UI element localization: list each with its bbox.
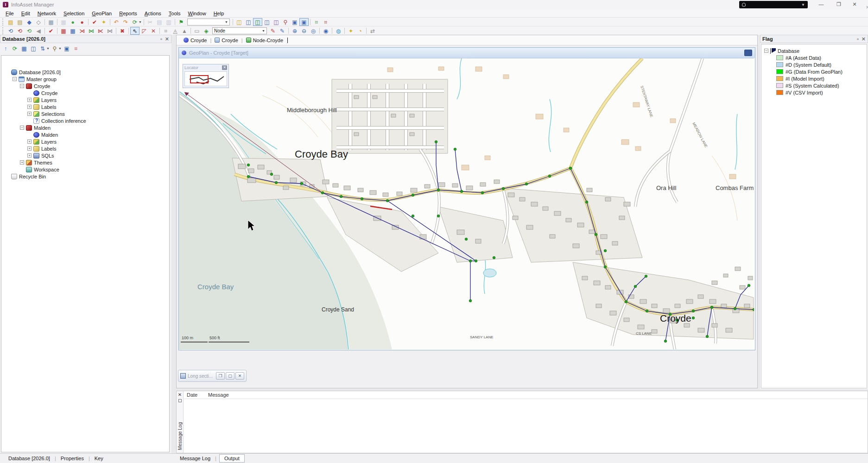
- geoplan-window-titlebar[interactable]: GeoPlan - Croyde [Target]: [179, 48, 755, 58]
- flag-item-d[interactable]: #D (System Default): [764, 61, 867, 68]
- audio-icon[interactable]: ◀: [34, 27, 43, 35]
- expand-icon[interactable]: +: [27, 153, 32, 158]
- exchange-icon[interactable]: ⇄: [368, 27, 377, 35]
- node-combobox[interactable]: Node▼: [212, 27, 267, 34]
- close-icon[interactable]: ✕: [177, 392, 183, 397]
- paste-icon[interactable]: ▥: [164, 18, 173, 26]
- restore-window-button[interactable]: ❐: [216, 372, 225, 380]
- zoom-out-icon[interactable]: ⊖: [299, 27, 309, 35]
- chevron-down-icon[interactable]: ▼: [222, 20, 228, 24]
- collapse-icon[interactable]: −: [764, 49, 768, 53]
- tree-item-labels[interactable]: +Labels: [1, 103, 169, 110]
- document-tab-croyde[interactable]: Croyde: [211, 38, 241, 43]
- edit-objects-icon[interactable]: ✎: [268, 27, 278, 35]
- import-layer-icon[interactable]: ◈: [202, 27, 211, 35]
- geoplan-map[interactable]: Locator ✕ Middleborough HillCroyde BayCr…: [179, 58, 754, 349]
- expand-icon[interactable]: +: [27, 112, 32, 116]
- geoplan-window-button[interactable]: [744, 50, 752, 56]
- cut-icon[interactable]: ✂: [146, 18, 155, 26]
- toolbar-combobox[interactable]: ▼: [187, 19, 230, 25]
- window-small-icon[interactable]: ▣: [290, 18, 299, 26]
- refresh-tree-icon[interactable]: ⟳: [10, 44, 19, 52]
- clear-selection-icon[interactable]: ✕: [149, 27, 158, 35]
- pin-icon[interactable]: [178, 399, 182, 402]
- open-grid-window-icon[interactable]: ◫: [272, 18, 281, 26]
- tree-item-croyde[interactable]: −Croyde: [1, 82, 169, 89]
- expand-icon[interactable]: +: [20, 160, 24, 165]
- pin-icon[interactable]: ▫: [160, 36, 162, 42]
- open-master-database-icon[interactable]: ▤: [6, 18, 15, 26]
- map-canvas[interactable]: Middleborough HillCroyde BayCroyde BayCr…: [179, 58, 754, 349]
- refresh-dropdown-icon[interactable]: ▼: [139, 20, 142, 24]
- open-long-section-icon[interactable]: ◫: [262, 18, 272, 26]
- menu-window[interactable]: Window: [184, 10, 209, 17]
- monitor-icon[interactable]: ▣: [62, 44, 71, 52]
- grid-view-icon[interactable]: ▦: [68, 27, 77, 35]
- find-dropdown-icon[interactable]: ▼: [58, 47, 62, 50]
- expand-icon[interactable]: +: [27, 98, 32, 102]
- merge-link-icon[interactable]: ⋈: [87, 27, 96, 35]
- document-tab-node-croyde[interactable]: Node-Croyde: [243, 38, 286, 43]
- new-window-icon[interactable]: ◫: [234, 18, 244, 26]
- expand-icon[interactable]: +: [27, 105, 32, 109]
- sort-dropdown-icon[interactable]: ▼: [46, 47, 50, 50]
- flag-item-s[interactable]: #S (System Calculated): [764, 82, 867, 89]
- collapse-icon[interactable]: −: [20, 126, 24, 130]
- clear-flags-icon[interactable]: ✖: [118, 27, 127, 35]
- get-latest-icon[interactable]: ●: [77, 18, 87, 26]
- new-label-icon[interactable]: ▭: [192, 27, 202, 35]
- menu-help[interactable]: Help: [210, 10, 228, 17]
- find-in-window-icon[interactable]: ⚲: [281, 18, 290, 26]
- tree-item-malden[interactable]: Malden: [1, 131, 169, 138]
- locator-close-icon[interactable]: ✕: [222, 65, 227, 70]
- tree-item-collection-inference[interactable]: Collection inference: [1, 117, 169, 124]
- flag-root-row[interactable]: − Database: [764, 47, 867, 54]
- database-properties-icon[interactable]: ◇: [34, 18, 43, 26]
- geoplan-active-icon[interactable]: ◫: [253, 18, 262, 26]
- close-window-button[interactable]: ✕: [235, 372, 244, 380]
- menu-geoplan[interactable]: GeoPlan: [88, 10, 115, 17]
- trace-icon[interactable]: ⋉: [96, 27, 105, 35]
- minimized-long-section-window[interactable]: Long secti... ❐ ▢ ✕: [178, 370, 247, 382]
- menu-edit[interactable]: Edit: [18, 10, 34, 17]
- statusbar-tab-database-2026-0-[interactable]: Database [2026.0]: [4, 455, 55, 462]
- shortest-path-icon[interactable]: ⋈: [105, 27, 114, 35]
- split-link-icon[interactable]: ⋊: [77, 27, 87, 35]
- key-tool-icon[interactable]: ✦: [346, 27, 355, 35]
- minimize-button[interactable]: —: [815, 1, 827, 8]
- open-geoplan-icon[interactable]: ◫: [244, 18, 253, 26]
- menu-actions[interactable]: Actions: [141, 10, 165, 17]
- locator-box[interactable]: Locator ✕: [183, 64, 229, 88]
- tree-item-workspace[interactable]: Workspace: [1, 166, 169, 173]
- tree-item-layers[interactable]: +Layers: [1, 96, 169, 103]
- account-dropdown[interactable]: ▼: [739, 1, 808, 8]
- flag-item-v[interactable]: #V (CSV Import): [764, 89, 867, 96]
- open-in-window-icon[interactable]: ◫: [29, 44, 38, 52]
- tree-item-selections[interactable]: +Selections: [1, 110, 169, 117]
- tree-item-croyde[interactable]: Croyde: [1, 89, 169, 96]
- menu-selection[interactable]: Selection: [60, 10, 88, 17]
- tree-item-labels[interactable]: +Labels: [1, 145, 169, 152]
- column-message[interactable]: Message: [205, 391, 229, 399]
- pan-icon[interactable]: ◉: [321, 27, 330, 35]
- close-button[interactable]: ✕: [849, 1, 861, 8]
- timeline-icon[interactable]: ⟲: [25, 27, 34, 35]
- flag-item-i[interactable]: #I (Model Import): [764, 75, 867, 82]
- draw-line-icon[interactable]: ✎: [278, 27, 287, 35]
- properties-window-icon[interactable]: ▣: [299, 18, 309, 26]
- zoom-extents-icon[interactable]: ◎: [309, 27, 318, 35]
- collapse-icon[interactable]: −: [20, 84, 24, 88]
- print-icon[interactable]: ▦: [46, 18, 56, 26]
- details-grid-icon[interactable]: ▦: [19, 44, 29, 52]
- up-one-level-icon[interactable]: ↑: [1, 44, 10, 52]
- zoom-in-icon[interactable]: ⊕: [290, 27, 299, 35]
- find-icon[interactable]: ⚲: [50, 44, 59, 52]
- statusbar-tab-message-log[interactable]: Message Log: [175, 455, 215, 462]
- close-icon[interactable]: ✕: [165, 36, 169, 42]
- flag-item-g[interactable]: #G (Data From GeoPlan): [764, 68, 867, 75]
- count-icon[interactable]: ▦: [59, 27, 68, 35]
- maximize-window-button[interactable]: ▢: [226, 372, 234, 380]
- statusbar-tab-properties[interactable]: Properties: [56, 455, 89, 462]
- menu-reports[interactable]: Reports: [115, 10, 141, 17]
- time-control-icon[interactable]: ◔: [355, 27, 365, 35]
